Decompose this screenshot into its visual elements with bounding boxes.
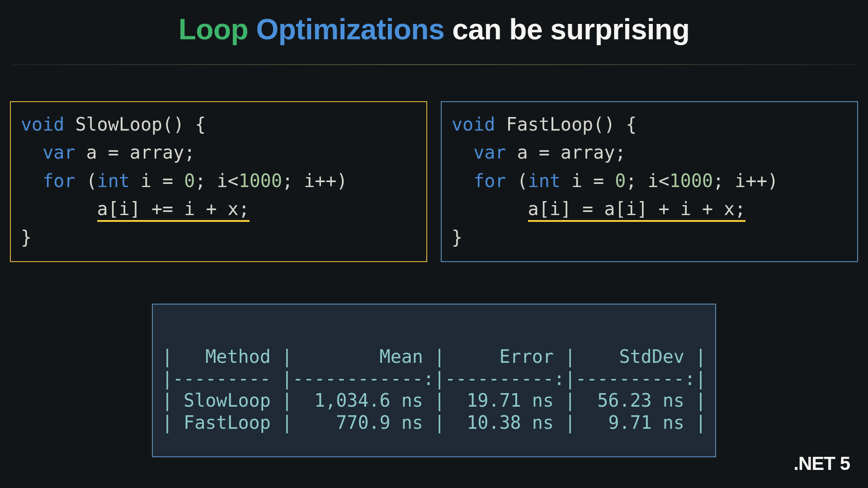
slide-title: Loop Optimizations can be surprising	[8, 13, 860, 46]
slide: Loop Optimizations can be surprising voi…	[0, 0, 868, 488]
bench-row-slowloop: | SlowLoop | 1,034.6 ns | 19.71 ns | 56.…	[162, 390, 706, 411]
code-row: void SlowLoop() { var a = array; for (in…	[8, 101, 860, 262]
slowloop-code-box: void SlowLoop() { var a = array; for (in…	[10, 101, 427, 262]
code-line: }	[452, 223, 847, 251]
code-line: }	[21, 223, 416, 251]
fastloop-code-box: void FastLoop() { var a = array; for (in…	[441, 101, 858, 262]
benchmark-table: | Method | Mean | Error | StdDev | |----…	[152, 304, 716, 457]
bench-row-header: | Method | Mean | Error | StdDev |	[162, 346, 706, 367]
footer-label: .NET 5	[793, 453, 850, 474]
title-divider	[13, 64, 855, 65]
code-line: var a = array;	[21, 138, 416, 166]
code-line: for (int i = 0; i<1000; i++)	[452, 167, 847, 195]
highlight-expression: a[i] = a[i] + i + x;	[528, 198, 746, 222]
code-line: a[i] += i + x;	[21, 195, 416, 223]
code-line: a[i] = a[i] + i + x;	[452, 195, 847, 223]
bench-row-divider: |--------- |------------:|----------:|--…	[162, 368, 706, 389]
title-word-1: Loop	[179, 13, 248, 46]
code-line: var a = array;	[452, 138, 847, 166]
title-word-3: can be surprising	[452, 13, 689, 46]
title-word-2: Optimizations	[256, 13, 444, 46]
code-line: for (int i = 0; i<1000; i++)	[21, 167, 416, 195]
bench-row-fastloop: | FastLoop | 770.9 ns | 10.38 ns | 9.71 …	[162, 412, 706, 433]
highlight-expression: a[i] += i + x;	[97, 198, 250, 222]
benchmark-wrap: | Method | Mean | Error | StdDev | |----…	[8, 304, 860, 457]
code-line: void FastLoop() {	[452, 110, 847, 138]
code-line: void SlowLoop() {	[21, 110, 416, 138]
